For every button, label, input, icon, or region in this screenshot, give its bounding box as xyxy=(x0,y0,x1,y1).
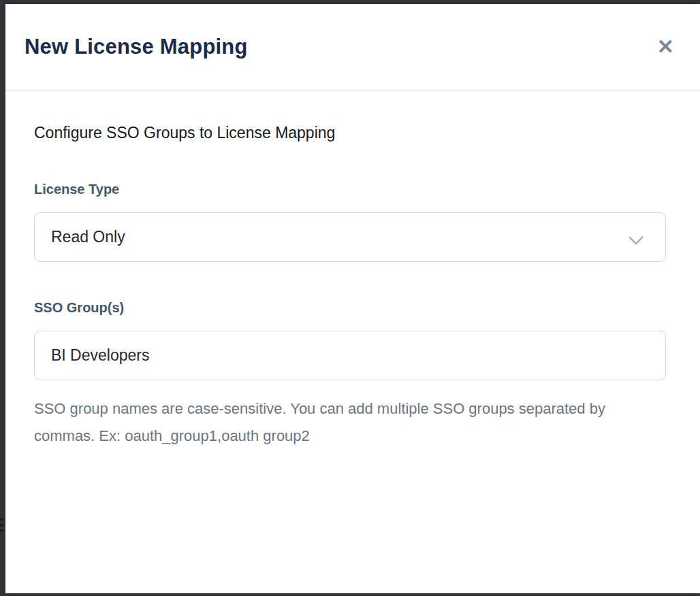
sso-groups-input[interactable] xyxy=(34,331,666,380)
sso-groups-help-text: SSO group names are case-sensitive. You … xyxy=(34,395,613,449)
chevron-down-icon xyxy=(630,231,642,243)
modal-body: Configure SSO Groups to License Mapping … xyxy=(5,91,700,449)
license-type-label: License Type xyxy=(34,182,671,197)
license-type-selected-value: Read Only xyxy=(51,228,125,246)
modal-header: New License Mapping ✕ xyxy=(5,4,700,91)
sso-groups-label: SSO Group(s) xyxy=(34,300,671,316)
new-license-mapping-modal: New License Mapping ✕ Configure SSO Grou… xyxy=(5,4,700,593)
modal-subtitle: Configure SSO Groups to License Mapping xyxy=(34,124,671,142)
license-type-select[interactable]: Read Only xyxy=(34,212,666,262)
background-list-icon xyxy=(0,518,4,539)
close-icon[interactable]: ✕ xyxy=(654,34,677,60)
modal-title: New License Mapping xyxy=(25,35,248,59)
